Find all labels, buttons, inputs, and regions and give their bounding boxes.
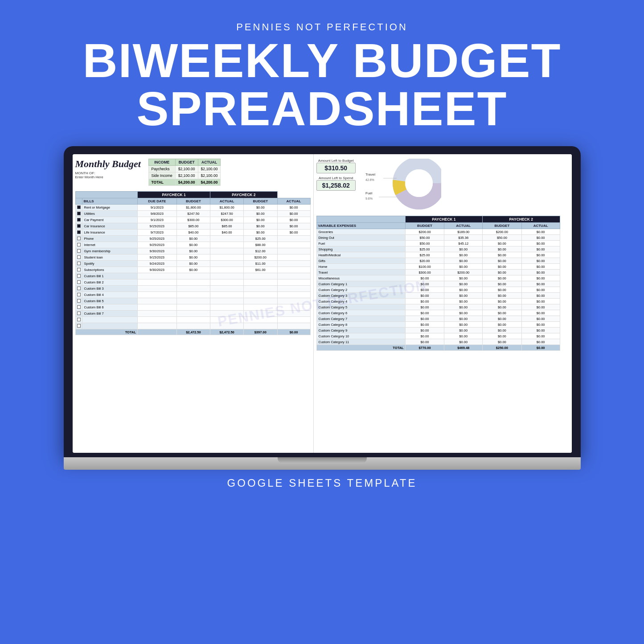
var-row-p2b: $0.00 bbox=[483, 246, 522, 252]
table-row-p1a bbox=[210, 254, 244, 261]
var-row-p1b: $0.00 bbox=[405, 339, 444, 345]
bills-table: PAYCHECK 1 PAYCHECK 2 BILLS DUE DATE BUD… bbox=[75, 191, 311, 335]
table-row-cb bbox=[75, 273, 82, 279]
var-row-p2a: $0.00 bbox=[521, 304, 560, 310]
table-row-label: Utilities bbox=[82, 211, 137, 217]
var-row-p2b: $0.00 bbox=[483, 287, 522, 293]
var-row-label: Custom Category 9 bbox=[316, 328, 405, 333]
table-row-label: Life Insurance bbox=[82, 230, 137, 236]
var-row-p2b: $0.00 bbox=[483, 299, 522, 304]
svg-text:9.6%: 9.6% bbox=[365, 197, 373, 200]
var-row-label: Custom Category 8 bbox=[316, 322, 405, 328]
table-row-cb bbox=[75, 286, 82, 292]
table-row-p1a bbox=[210, 261, 244, 267]
table-row-p2a bbox=[277, 292, 310, 298]
table-row-p1a bbox=[210, 292, 244, 298]
var-row-label: Custom Category 11 bbox=[316, 339, 405, 345]
table-row-p2b bbox=[243, 286, 277, 292]
var-row-p2b: $0.00 bbox=[483, 333, 522, 339]
var-row-p1b: $0.00 bbox=[405, 299, 444, 304]
var-row-p2a: $0.00 bbox=[521, 328, 560, 333]
income-row-paychecks-actual: $2,100.00 bbox=[198, 166, 221, 172]
var-p2b-header: BUDGET bbox=[483, 223, 522, 229]
header-title: BIWEEKLY BUDGET SPREADSHEET bbox=[0, 37, 644, 133]
bills-total-label: TOTAL bbox=[75, 329, 137, 335]
table-row-label: Custom Bill 6 bbox=[82, 304, 137, 311]
bills-total-p2b: $397.00 bbox=[243, 329, 277, 335]
bills-p2b-header: BUDGET bbox=[243, 198, 277, 205]
table-row-p1a bbox=[210, 311, 244, 317]
var-row-label: Dining Out bbox=[316, 235, 405, 241]
table-row-p2b: $61.00 bbox=[243, 267, 277, 273]
var-row-p2a: $0.00 bbox=[521, 339, 560, 345]
bills-total-p1a: $2,472.50 bbox=[210, 329, 244, 335]
var-row-label: Custom Category 2 bbox=[316, 287, 405, 293]
var-row-label: Custom Category 6 bbox=[316, 310, 405, 316]
var-row-p2a: $0.00 bbox=[521, 322, 560, 328]
var-row-p2b: $0.00 bbox=[483, 281, 522, 287]
var-row-p2a: $0.00 bbox=[521, 293, 560, 299]
table-row-cb bbox=[75, 242, 82, 248]
table-row-cb bbox=[75, 261, 82, 267]
table-row-label: Internet bbox=[82, 242, 137, 248]
var-row-p1b: $0.00 bbox=[405, 275, 444, 281]
budget-title-block: Monthly Budget MONTH OF: Enter Month Her… bbox=[75, 159, 147, 186]
income-row-side-actual: $2,100.00 bbox=[198, 172, 221, 179]
var-row-label: Custom Category 3 bbox=[316, 293, 405, 299]
income-total-actual: $4,200.00 bbox=[198, 179, 221, 186]
table-row-p1a: $40.00 bbox=[210, 230, 244, 236]
var-row-p1b: $0.00 bbox=[405, 310, 444, 316]
table-row-p2b: $0.00 bbox=[243, 230, 277, 236]
var-row-p2a: $0.00 bbox=[521, 246, 560, 252]
bills-p1a-header: ACTUAL bbox=[210, 198, 244, 205]
table-row-label bbox=[82, 317, 137, 323]
var-row-p1a: $0.00 bbox=[444, 287, 483, 293]
table-row-due bbox=[137, 323, 176, 329]
table-row-label: Car Payment bbox=[82, 217, 137, 223]
var-row-p1b: $200.00 bbox=[405, 229, 444, 235]
var-row-p2b: $0.00 bbox=[483, 328, 522, 333]
var-row-p1b: $0.00 bbox=[405, 304, 444, 310]
var-row-label: Groceries bbox=[316, 229, 405, 235]
table-row-due bbox=[137, 292, 176, 298]
table-row-p2a: $0.00 bbox=[277, 217, 310, 223]
header-subtitle: PENNIES NOT PERFECTION bbox=[0, 21, 644, 33]
income-row-paychecks-budget: $2,100.00 bbox=[175, 166, 198, 172]
table-row-p1a bbox=[210, 323, 244, 329]
table-row-cb bbox=[75, 236, 82, 242]
table-row-p2b bbox=[243, 298, 277, 304]
table-row-label: Custom Bill 5 bbox=[82, 298, 137, 304]
var-row-p2b: $0.00 bbox=[483, 275, 522, 281]
var-row-p1a: $0.00 bbox=[444, 304, 483, 310]
var-row-p1b: $0.00 bbox=[405, 293, 444, 299]
table-row-p2a: $0.00 bbox=[277, 211, 310, 217]
var-row-p1a: $0.00 bbox=[444, 281, 483, 287]
table-row-p1a: $85.00 bbox=[210, 223, 244, 230]
table-row-p2b bbox=[243, 292, 277, 298]
variable-table: PAYCHECK 1 PAYCHECK 2 VARIABLE EXPENSES … bbox=[316, 216, 560, 351]
table-row-cb bbox=[75, 205, 82, 211]
table-row-label: Phone bbox=[82, 236, 137, 242]
var-row-p2a: $0.00 bbox=[521, 270, 560, 275]
var-row-p1a: $0.00 bbox=[444, 293, 483, 299]
var-row-p2a: $0.00 bbox=[521, 299, 560, 304]
amount-left-budget-label: Amount Left to Budget bbox=[316, 159, 356, 163]
var-row-p1a: $0.00 bbox=[444, 316, 483, 322]
var-row-label: Custom Category 7 bbox=[316, 316, 405, 322]
var-row-p1a: $35.36 bbox=[444, 235, 483, 241]
table-row-p1b bbox=[176, 317, 210, 323]
var-row-p2b: $50.00 bbox=[483, 235, 522, 241]
table-row-p2b: $0.00 bbox=[243, 217, 277, 223]
var-row-p2b: $0.00 bbox=[483, 252, 522, 258]
table-row-p1a bbox=[210, 248, 244, 254]
var-row-p1b: $0.00 bbox=[405, 322, 444, 328]
table-row-p1a bbox=[210, 317, 244, 323]
table-row-p2b: $0.00 bbox=[243, 223, 277, 230]
table-row-label: Spotify bbox=[82, 261, 137, 267]
table-row-p2a bbox=[277, 311, 310, 317]
table-row-p1b bbox=[176, 304, 210, 311]
var-row-p1b: $0.00 bbox=[405, 316, 444, 322]
var-row-p1a: $0.00 bbox=[444, 264, 483, 270]
ss-top-section: Monthly Budget MONTH OF: Enter Month Her… bbox=[75, 159, 311, 186]
table-row-p1b: $1,800.00 bbox=[176, 205, 210, 211]
